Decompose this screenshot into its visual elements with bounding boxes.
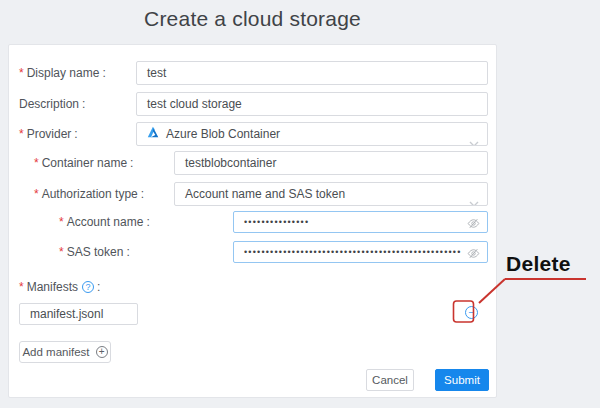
chevron-down-icon [469,192,479,206]
field-row-authorization-type: *Authorization type: Account name and SA… [9,182,496,206]
manifest-item-input[interactable]: manifest.jsonl [19,303,138,325]
field-row-display-name: *Display name: test [9,61,496,85]
provider-value: Azure Blob Container [166,123,280,145]
display-name-label: *Display name: [19,61,106,85]
eye-invisible-icon[interactable] [467,246,480,263]
azure-logo-icon [147,123,159,145]
display-name-value: test [147,62,166,84]
description-label: Description: [19,92,85,116]
remove-manifest-icon[interactable]: − [465,306,478,319]
sas-token-masked-value: ••••••••••••••••••••••••••••••••••••••••… [244,242,465,262]
account-name-masked-value: ••••••••••••••• [244,212,487,232]
field-row-sas-token: *SAS token: ••••••••••••••••••••••••••••… [9,241,496,263]
help-icon[interactable]: ? [82,281,94,293]
required-asterisk: * [59,215,64,229]
cancel-button[interactable]: Cancel [366,369,414,391]
container-name-label: *Container name: [34,151,133,175]
plus-circle-icon: + [96,346,108,358]
page-title: Create a cloud storage [8,7,497,31]
authorization-type-label: *Authorization type: [34,182,144,206]
required-asterisk: * [59,245,64,259]
manifest-item-value: manifest.jsonl [30,304,103,324]
container-name-value: testblobcontainer [185,152,276,174]
submit-button[interactable]: Submit [435,369,489,391]
create-cloud-storage-form: *Display name: test Description: test cl… [8,44,497,398]
account-name-input[interactable]: ••••••••••••••• [233,211,488,233]
submit-label: Submit [444,374,480,386]
add-manifest-label: Add manifest [22,346,89,358]
manifests-label: *Manifests?: [19,279,100,295]
chevron-down-icon [469,132,479,146]
description-value: test cloud storage [147,93,242,115]
sas-token-label: *SAS token: [59,241,130,263]
container-name-input[interactable]: testblobcontainer [174,151,488,175]
authorization-type-value: Account name and SAS token [185,183,345,205]
display-name-input[interactable]: test [136,61,488,85]
description-input[interactable]: test cloud storage [136,92,488,116]
account-name-label: *Account name: [59,211,150,233]
cancel-label: Cancel [372,374,408,386]
manifests-label-row: *Manifests?: [19,277,100,293]
authorization-type-select[interactable]: Account name and SAS token [174,182,488,206]
sas-token-input[interactable]: ••••••••••••••••••••••••••••••••••••••••… [233,241,488,263]
eye-invisible-icon[interactable] [467,216,480,233]
field-row-container-name: *Container name: testblobcontainer [9,151,496,175]
required-asterisk: * [34,187,39,201]
required-asterisk: * [19,279,24,295]
field-row-description: Description: test cloud storage [9,92,496,116]
field-row-provider: *Provider: Azure Blob Container [9,122,496,146]
required-asterisk: * [34,156,39,170]
add-manifest-button[interactable]: Add manifest + [19,341,111,363]
provider-label: *Provider: [19,122,78,146]
delete-annotation-label: Delete [506,252,596,276]
required-asterisk: * [19,127,24,141]
provider-select[interactable]: Azure Blob Container [136,122,488,146]
required-asterisk: * [19,66,24,80]
field-row-account-name: *Account name: ••••••••••••••• [9,211,496,233]
